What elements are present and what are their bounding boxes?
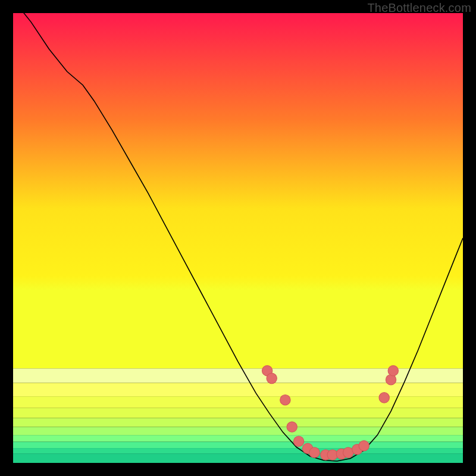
data-marker — [359, 441, 369, 451]
svg-rect-7 — [13, 441, 463, 448]
data-marker — [379, 393, 389, 403]
svg-rect-1 — [13, 383, 463, 396]
svg-rect-6 — [13, 435, 463, 441]
data-marker — [293, 436, 303, 446]
gradient-background-upper — [13, 13, 463, 368]
data-marker — [280, 394, 290, 405]
svg-rect-8 — [13, 448, 463, 453]
data-marker — [309, 447, 320, 458]
data-marker — [388, 365, 398, 375]
svg-rect-5 — [13, 427, 463, 436]
chart-svg — [13, 13, 463, 463]
svg-rect-4 — [13, 418, 463, 427]
data-marker — [267, 373, 277, 383]
svg-rect-3 — [13, 408, 463, 418]
svg-rect-9 — [13, 453, 463, 463]
data-marker — [287, 422, 297, 432]
data-marker — [386, 374, 396, 384]
plot-area — [13, 13, 463, 463]
chart-outer-frame: TheBottleneck.com — [0, 0, 476, 476]
